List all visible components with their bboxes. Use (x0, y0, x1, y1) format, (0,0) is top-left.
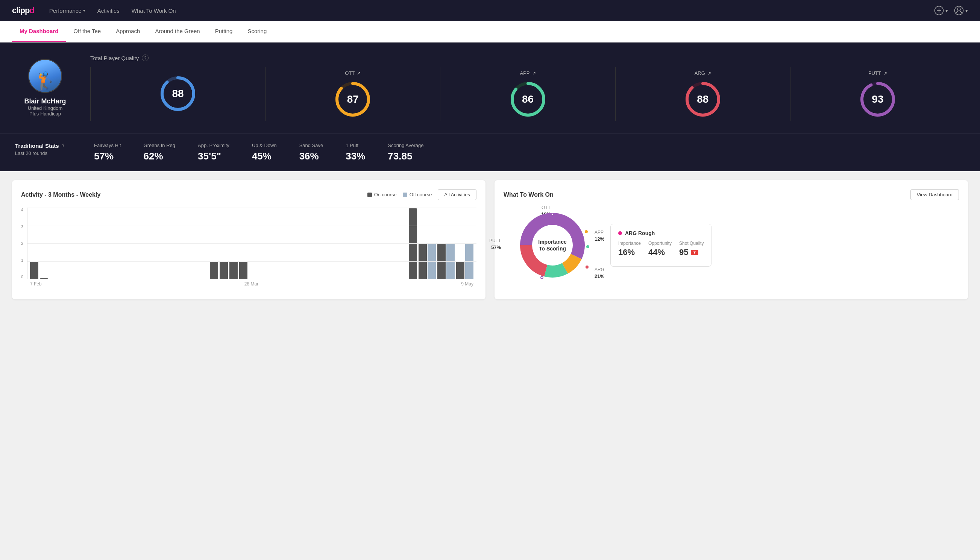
stat-fairways-value: 57% (94, 150, 121, 162)
arg-label: ARG 21% (594, 267, 604, 280)
grid-line-4 (27, 208, 476, 208)
putt-label: PUTT 57% (489, 238, 501, 251)
hero-section: 🏌️ Blair McHarg United Kingdom Plus Hand… (0, 42, 980, 133)
user-menu-button[interactable]: ▾ (954, 6, 968, 15)
stat-gir-label: Greens In Reg (144, 143, 176, 148)
add-button[interactable]: ▾ (934, 6, 948, 15)
stat-fairways: Fairways Hit 57% (94, 143, 121, 162)
quality-section: Total Player Quality ? 88 OTT ↗ (90, 55, 965, 121)
y-label-2: 2 (21, 241, 25, 246)
stat-scoring: Scoring Average 73.85 (388, 143, 423, 162)
chart-legend: On course Off course (368, 192, 432, 197)
y-axis-line (27, 208, 27, 279)
grid-line-0 (27, 279, 476, 279)
circle-app: 86 (509, 80, 547, 118)
bar-on-3 (210, 262, 218, 279)
putt-trend-icon: ↗ (883, 71, 887, 76)
player-info: 🏌️ Blair McHarg United Kingdom Plus Hand… (15, 59, 75, 117)
circle-arg: 88 (684, 80, 722, 118)
metric-shot-quality-label: Shot Quality (679, 241, 704, 246)
tab-putting[interactable]: Putting (208, 21, 240, 42)
ott-dot (585, 230, 588, 233)
stat-proximity-label: App. Proximity (198, 143, 230, 148)
score-arg-value: 88 (697, 93, 709, 105)
bar-on-10 (456, 262, 464, 279)
score-app-label: APP ↗ (520, 70, 536, 76)
stats-values: Fairways Hit 57% Greens In Reg 62% App. … (94, 143, 965, 162)
add-chevron-icon: ▾ (945, 8, 948, 13)
y-label-0: 0 (21, 275, 25, 279)
player-name: Blair McHarg (24, 97, 66, 105)
down-badge: ▼ (691, 250, 699, 255)
y-label-4: 4 (21, 208, 25, 212)
quality-label: Total Player Quality ? (90, 55, 965, 61)
score-putt-label: PUTT ↗ (868, 70, 887, 76)
wtwo-content: OTT 10% APP 12% ARG 21% PUTT 57% (504, 208, 959, 283)
bar-group-6 (239, 262, 248, 279)
traditional-stats-section: Traditional Stats ? Last 20 rounds Fairw… (0, 133, 980, 171)
view-dashboard-button[interactable]: View Dashboard (910, 189, 959, 200)
donut-outer-section: OTT 10% APP 12% ARG 21% PUTT 57% (504, 208, 601, 283)
stat-sandsave: Sand Save 36% (299, 143, 323, 162)
wtwo-header: What To Work On View Dashboard (504, 189, 959, 200)
nav-right: ▾ ▾ (934, 6, 968, 15)
tab-around-the-green[interactable]: Around the Green (147, 21, 207, 42)
activity-chart-card: Activity - 3 Months - Weekly On course O… (12, 180, 486, 299)
circle-total: 88 (159, 75, 197, 112)
stats-label: Traditional Stats ? Last 20 rounds (15, 143, 72, 156)
score-app-value: 86 (522, 93, 534, 105)
wtwo-title: What To Work On (504, 192, 554, 198)
bar-on-5 (230, 262, 238, 279)
stats-help-icon[interactable]: ? (62, 143, 68, 149)
arg-dot (586, 265, 589, 268)
metric-shot-quality: Shot Quality 95 ▼ (679, 241, 704, 257)
stat-proximity: App. Proximity 35'5" (198, 143, 230, 162)
info-dot (618, 231, 622, 235)
user-chevron-icon: ▾ (965, 8, 968, 13)
donut-svg: Importance To Scoring (515, 208, 590, 283)
metric-importance: Importance 16% (618, 241, 641, 257)
bar-group-4 (220, 262, 228, 279)
tab-scoring[interactable]: Scoring (240, 21, 274, 42)
bar-group-1 (30, 262, 38, 279)
cards-section: Activity - 3 Months - Weekly On course O… (0, 171, 980, 308)
metric-opportunity-value: 44% (648, 247, 672, 257)
tab-bar: My Dashboard Off the Tee Approach Around… (0, 21, 980, 42)
stat-updown-label: Up & Down (252, 143, 277, 148)
chart-area: 0 1 2 3 4 (21, 208, 476, 290)
on-course-dot (368, 193, 372, 197)
nav-activities[interactable]: Activities (97, 8, 120, 14)
all-activities-button[interactable]: All Activities (438, 189, 476, 200)
stat-oneputt: 1 Putt 33% (346, 143, 365, 162)
score-putt: PUTT ↗ 93 (790, 67, 965, 121)
player-handicap: Plus Handicap (29, 111, 61, 117)
circle-putt: 93 (859, 80, 897, 118)
bar-on-1 (30, 262, 38, 279)
tab-approach[interactable]: Approach (108, 21, 147, 42)
bar-group-5 (230, 262, 238, 279)
tab-my-dashboard[interactable]: My Dashboard (12, 21, 66, 42)
app-trend-icon: ↗ (532, 71, 536, 76)
nav-performance[interactable]: Performance ▾ (49, 8, 85, 14)
svg-text:Importance: Importance (538, 239, 567, 245)
score-putt-value: 93 (872, 93, 883, 105)
x-labels: 7 Feb 28 Mar 9 May (21, 279, 476, 287)
what-to-work-on-card: What To Work On View Dashboard OTT 10% A… (494, 180, 968, 299)
help-icon[interactable]: ? (142, 55, 148, 61)
brand-logo[interactable]: clippd (12, 6, 34, 15)
score-ott-label: OTT ↗ (345, 70, 361, 76)
donut-chart: Importance To Scoring (515, 208, 590, 283)
nav-what-to-work-on[interactable]: What To Work On (131, 8, 176, 14)
score-total-value: 88 (172, 88, 184, 100)
circle-ott: 87 (334, 80, 371, 118)
stat-scoring-label: Scoring Average (388, 143, 423, 148)
off-course-dot (403, 193, 407, 197)
bar-on-4 (220, 262, 228, 279)
legend-off-course: Off course (403, 192, 432, 197)
info-metrics: Importance 16% Opportunity 44% Shot Qual… (618, 241, 704, 257)
top-navigation: clippd Performance ▾ Activities What To … (0, 0, 980, 21)
x-label-feb: 7 Feb (30, 281, 42, 287)
tab-off-the-tee[interactable]: Off the Tee (66, 21, 108, 42)
stat-sandsave-value: 36% (299, 150, 323, 162)
stat-fairways-label: Fairways Hit (94, 143, 121, 148)
